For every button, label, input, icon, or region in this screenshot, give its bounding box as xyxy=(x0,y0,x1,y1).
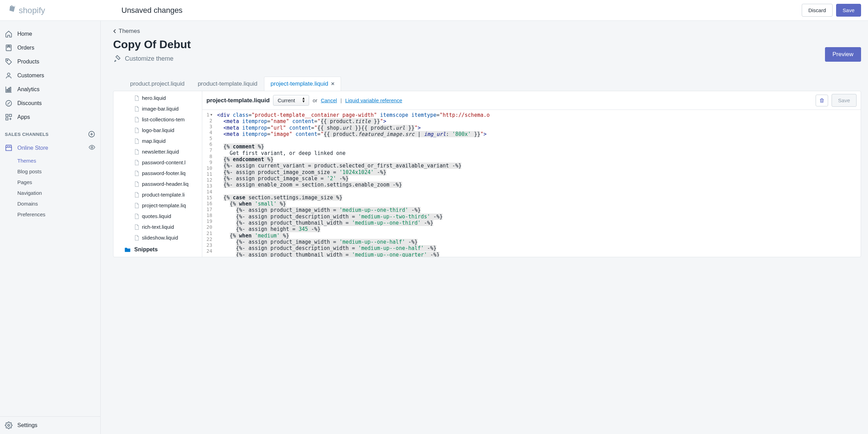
nav-orders[interactable]: Orders xyxy=(0,41,100,55)
person-icon xyxy=(5,72,12,79)
save-button[interactable]: Save xyxy=(836,4,861,17)
tab-project-template[interactable]: project-template.liquid× xyxy=(264,77,341,91)
folder-snippets[interactable]: Snippets xyxy=(113,243,202,255)
file-list[interactable]: hero.liquidimage-bar.liquidlist-collecti… xyxy=(113,91,202,257)
file-icon xyxy=(134,128,139,133)
home-icon xyxy=(5,30,12,38)
trash-icon xyxy=(819,97,825,104)
file-icon xyxy=(134,160,139,165)
paint-icon xyxy=(113,54,121,63)
apps-icon xyxy=(5,113,12,121)
sidebar: Home Orders Products Customers Analytics… xyxy=(0,21,101,434)
nav-discounts[interactable]: Discounts xyxy=(0,96,100,110)
gear-icon xyxy=(5,422,12,429)
file-icon xyxy=(134,138,139,144)
file-item[interactable]: image-bar.liquid xyxy=(113,103,202,114)
svg-rect-9 xyxy=(6,118,8,120)
editor-filename: project-template.liquid xyxy=(206,97,270,104)
file-icon xyxy=(134,95,139,101)
nav-section-sales-channels: SALES CHANNELS xyxy=(0,124,100,141)
file-icon xyxy=(134,117,139,122)
file-icon xyxy=(134,149,139,155)
tab-product-template[interactable]: product-template.liquid xyxy=(191,77,264,91)
tab-product-project[interactable]: product.project.liquid xyxy=(124,77,191,91)
file-item[interactable]: list-collections-tem xyxy=(113,114,202,125)
nav-themes[interactable]: Themes xyxy=(0,155,100,166)
eye-icon[interactable] xyxy=(88,144,95,152)
add-channel-icon[interactable] xyxy=(88,130,95,138)
file-item[interactable]: hero.liquid xyxy=(113,93,202,103)
file-item[interactable]: password-content.l xyxy=(113,157,202,168)
nav-blog[interactable]: Blog posts xyxy=(0,166,100,177)
liquid-reference-link[interactable]: Liquid variable reference xyxy=(345,97,402,103)
file-icon xyxy=(134,192,139,198)
file-item[interactable]: product-template.li xyxy=(113,189,202,200)
editor-save-button[interactable]: Save xyxy=(832,94,857,107)
code-editor[interactable]: 1▼ 2 3 4 5 6 7 8 91011121314151617181920… xyxy=(202,110,861,257)
nav-apps[interactable]: Apps xyxy=(0,110,100,124)
preview-button[interactable]: Preview xyxy=(825,47,861,62)
customize-theme-link[interactable]: Customize theme xyxy=(113,54,191,63)
nav-preferences[interactable]: Preferences xyxy=(0,209,100,220)
page-title: Copy Of Debut xyxy=(113,38,191,51)
svg-rect-7 xyxy=(6,114,8,116)
breadcrumb[interactable]: Themes xyxy=(113,28,861,35)
nav-online-store[interactable]: Online Store xyxy=(0,141,100,155)
file-icon xyxy=(134,181,139,187)
svg-point-12 xyxy=(8,424,10,426)
file-icon xyxy=(134,203,139,208)
chevron-left-icon xyxy=(113,29,117,34)
unsaved-changes-label: Unsaved changes xyxy=(97,6,802,15)
tag-icon xyxy=(5,58,12,66)
file-icon xyxy=(134,106,139,112)
nav-products[interactable]: Products xyxy=(0,55,100,69)
file-item[interactable]: password-footer.liq xyxy=(113,168,202,179)
discount-icon xyxy=(5,99,12,107)
nav-analytics[interactable]: Analytics xyxy=(0,83,100,96)
discard-button[interactable]: Discard xyxy=(802,4,833,17)
file-icon xyxy=(134,224,139,230)
svg-rect-3 xyxy=(7,89,8,92)
nav-pages[interactable]: Pages xyxy=(0,177,100,188)
nav-settings[interactable]: Settings xyxy=(0,416,100,434)
svg-point-11 xyxy=(91,147,93,148)
nav-domains[interactable]: Domains xyxy=(0,198,100,209)
select-arrows-icon: ▲▼ xyxy=(301,97,305,103)
svg-point-2 xyxy=(7,73,10,76)
file-item[interactable]: slideshow.liquid xyxy=(113,232,202,243)
nav-home[interactable]: Home xyxy=(0,27,100,41)
svg-rect-5 xyxy=(10,87,11,92)
version-select[interactable]: Current ▲▼ xyxy=(273,95,309,106)
svg-rect-4 xyxy=(8,88,9,91)
store-icon xyxy=(5,144,12,152)
cancel-link[interactable]: Cancel xyxy=(321,97,337,103)
nav-customers[interactable]: Customers xyxy=(0,69,100,83)
file-item[interactable]: rich-text.liquid xyxy=(113,222,202,232)
file-icon xyxy=(134,214,139,219)
folder-icon xyxy=(125,247,131,252)
orders-icon xyxy=(5,44,12,52)
file-icon xyxy=(134,235,139,241)
delete-button[interactable] xyxy=(816,95,828,106)
file-item[interactable]: newsletter.liquid xyxy=(113,146,202,157)
close-icon[interactable]: × xyxy=(331,80,334,87)
editor-tabs: product.project.liquid product-template.… xyxy=(124,77,861,91)
nav-navigation[interactable]: Navigation xyxy=(0,188,100,198)
file-icon xyxy=(134,171,139,176)
file-item[interactable]: password-header.liq xyxy=(113,179,202,189)
or-label: or xyxy=(313,97,317,103)
svg-rect-8 xyxy=(9,114,11,116)
analytics-icon xyxy=(5,86,12,93)
shopify-logo: shopify xyxy=(7,5,97,16)
file-item[interactable]: quotes.liquid xyxy=(113,211,202,222)
file-item[interactable]: project-template.liq xyxy=(113,200,202,211)
svg-point-1 xyxy=(7,60,8,61)
file-item[interactable]: map.liquid xyxy=(113,136,202,146)
file-item[interactable]: logo-bar.liquid xyxy=(113,125,202,136)
